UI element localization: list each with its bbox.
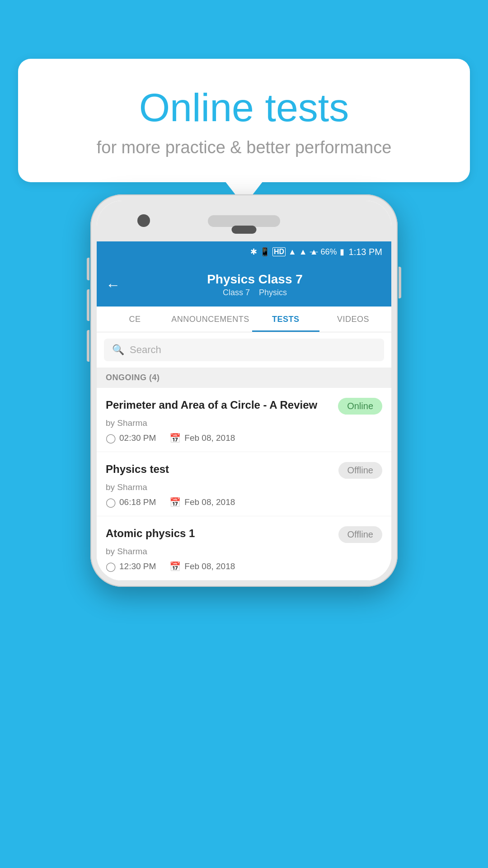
- test-date: 📅 Feb 08, 2018: [169, 497, 235, 508]
- header-class: Class 7: [223, 288, 250, 297]
- clock-icon: ◯: [106, 433, 116, 443]
- phone-mockup: ✱ 📱 HD ▲ ▲ ▲ 66% ▮ 1:13 PM ← Phys: [90, 194, 398, 587]
- tab-tests[interactable]: TESTS: [252, 307, 319, 332]
- battery-text: 66%: [320, 247, 337, 257]
- test-title: Physics test: [106, 462, 334, 476]
- phone-top-bar: [97, 201, 391, 241]
- calendar-icon: 📅: [169, 561, 181, 572]
- phone-screen: ✱ 📱 HD ▲ ▲ ▲ 66% ▮ 1:13 PM ← Phys: [97, 241, 391, 580]
- tab-ce[interactable]: CE: [101, 307, 169, 332]
- tab-bar: CE ANNOUNCEMENTS TESTS VIDEOS: [97, 307, 391, 332]
- test-title: Atomic physics 1: [106, 526, 334, 540]
- tab-videos[interactable]: VIDEOS: [319, 307, 387, 332]
- test-date: 📅 Feb 08, 2018: [169, 433, 235, 443]
- test-author: by Sharma: [106, 418, 382, 428]
- bubble-subtitle: for more practice & better performance: [41, 138, 447, 157]
- calendar-icon: 📅: [169, 497, 181, 508]
- app-header: ← Physics Class 7 Class 7 Physics: [97, 262, 391, 307]
- header-subtitle: Class 7 Physics: [127, 288, 382, 297]
- section-header-ongoing: ONGOING (4): [97, 368, 391, 388]
- phone-power-button: [399, 267, 401, 298]
- signal-x-icon: ▲: [310, 247, 318, 257]
- search-bar: 🔍 Search: [97, 332, 391, 368]
- test-meta: ◯ 12:30 PM 📅 Feb 08, 2018: [106, 561, 382, 572]
- test-author: by Sharma: [106, 482, 382, 492]
- search-placeholder: Search: [130, 344, 161, 356]
- header-title: Physics Class 7: [127, 272, 382, 287]
- test-item[interactable]: Perimeter and Area of a Circle - A Revie…: [97, 388, 391, 452]
- phone-vol-up-button: [87, 289, 89, 321]
- search-icon: 🔍: [112, 344, 124, 356]
- test-time: ◯ 12:30 PM: [106, 561, 156, 572]
- test-meta: ◯ 06:18 PM 📅 Feb 08, 2018: [106, 497, 382, 508]
- back-button[interactable]: ←: [106, 278, 120, 292]
- search-input-wrapper[interactable]: 🔍 Search: [104, 339, 384, 361]
- tab-announcements[interactable]: ANNOUNCEMENTS: [169, 307, 252, 332]
- phone-camera: [137, 214, 150, 227]
- hd-icon: HD: [272, 247, 286, 256]
- phone-mute-button: [87, 258, 89, 280]
- promo-bubble: Online tests for more practice & better …: [18, 59, 470, 182]
- clock-icon: ◯: [106, 497, 116, 508]
- test-item-top: Perimeter and Area of a Circle - A Revie…: [106, 398, 382, 415]
- header-text: Physics Class 7 Class 7 Physics: [127, 272, 382, 297]
- bubble-title: Online tests: [41, 86, 447, 130]
- test-item-top: Atomic physics 1 Offline: [106, 526, 382, 543]
- battery-icon: ▮: [340, 247, 344, 257]
- test-item[interactable]: Atomic physics 1 Offline by Sharma ◯ 12:…: [97, 516, 391, 580]
- test-time: ◯ 02:30 PM: [106, 433, 156, 443]
- status-icons: ✱ 📱 HD ▲ ▲ ▲ 66% ▮: [250, 247, 344, 257]
- status-bar: ✱ 📱 HD ▲ ▲ ▲ 66% ▮ 1:13 PM: [97, 241, 391, 262]
- test-author: by Sharma: [106, 547, 382, 557]
- status-badge: Online: [338, 398, 382, 415]
- status-badge: Offline: [338, 462, 382, 479]
- test-title: Perimeter and Area of a Circle - A Revie…: [106, 398, 333, 412]
- test-item-top: Physics test Offline: [106, 462, 382, 479]
- phone-inner: ✱ 📱 HD ▲ ▲ ▲ 66% ▮ 1:13 PM ← Phys: [97, 201, 391, 580]
- test-date: 📅 Feb 08, 2018: [169, 561, 235, 572]
- phone-home-bar: [232, 226, 257, 234]
- vibrate-icon: 📱: [260, 247, 270, 257]
- test-time: ◯ 06:18 PM: [106, 497, 156, 508]
- bluetooth-icon: ✱: [250, 247, 257, 257]
- test-item[interactable]: Physics test Offline by Sharma ◯ 06:18 P…: [97, 452, 391, 516]
- calendar-icon: 📅: [169, 433, 181, 443]
- status-badge: Offline: [338, 526, 382, 543]
- status-time: 1:13 PM: [349, 247, 382, 257]
- phone-outer: ✱ 📱 HD ▲ ▲ ▲ 66% ▮ 1:13 PM ← Phys: [90, 194, 398, 587]
- signal-icon: ▲: [299, 247, 307, 257]
- clock-icon: ◯: [106, 561, 116, 572]
- wifi-icon: ▲: [288, 247, 296, 257]
- phone-vol-down-button: [87, 330, 89, 362]
- test-meta: ◯ 02:30 PM 📅 Feb 08, 2018: [106, 433, 382, 443]
- header-subject: Physics: [259, 288, 287, 297]
